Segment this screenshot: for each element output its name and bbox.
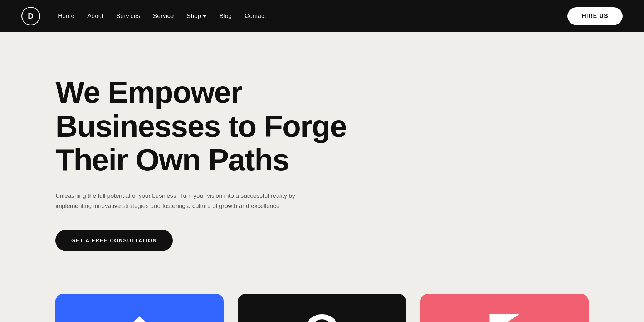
nav-link-contact[interactable]: Contact [245, 13, 266, 19]
navbar-left: D Home About Services Service Shop [21, 7, 266, 25]
nav-link-services[interactable]: Services [116, 13, 140, 19]
logo[interactable]: D [21, 7, 40, 25]
nav-item-services[interactable]: Services [116, 13, 140, 20]
card-blue [55, 294, 224, 322]
svg-marker-0 [122, 316, 157, 322]
nav-link-shop[interactable]: Shop [187, 13, 206, 20]
hire-us-button[interactable]: HIRE US [567, 7, 623, 25]
nav-item-shop[interactable]: Shop [187, 13, 206, 20]
card-coral [420, 294, 589, 322]
nav-links: Home About Services Service Shop Blog [58, 13, 266, 20]
arch-icon [302, 311, 342, 322]
hero-section: We Empower Businesses to Forge Their Own… [0, 32, 644, 273]
cta-button[interactable]: GET A FREE CONSULTATION [55, 230, 173, 251]
card-black [238, 294, 406, 322]
logo-letter: D [28, 11, 34, 21]
nav-item-about[interactable]: About [87, 13, 103, 20]
arrow-icon [485, 311, 524, 322]
nav-link-home[interactable]: Home [58, 13, 74, 19]
cards-section [0, 273, 644, 322]
hero-title: We Empower Businesses to Forge Their Own… [55, 75, 413, 177]
nav-link-about[interactable]: About [87, 13, 103, 19]
nav-item-service[interactable]: Service [153, 13, 174, 20]
nav-link-service[interactable]: Service [153, 13, 174, 19]
nav-item-home[interactable]: Home [58, 13, 74, 20]
nav-link-blog[interactable]: Blog [219, 13, 232, 19]
nav-item-blog[interactable]: Blog [219, 13, 232, 20]
house-icon [118, 313, 161, 322]
navbar: D Home About Services Service Shop [0, 0, 644, 32]
nav-item-contact[interactable]: Contact [245, 13, 266, 20]
hero-subtitle: Unleashing the full potential of your bu… [55, 191, 299, 211]
chevron-down-icon [203, 15, 206, 18]
